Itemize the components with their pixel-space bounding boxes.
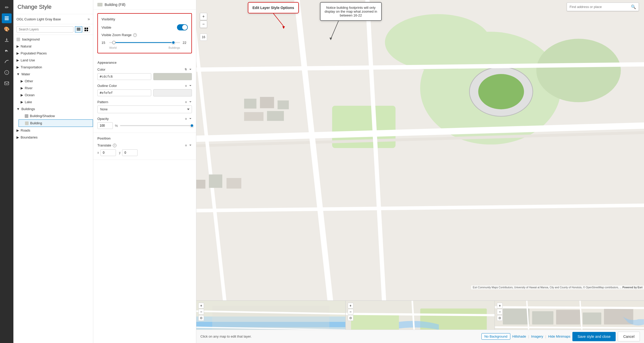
map-search-icon[interactable]: 🔍 bbox=[631, 4, 636, 9]
minimap-3-zoom-reset[interactable]: ⊙ bbox=[497, 315, 503, 321]
translate-y-input[interactable] bbox=[122, 149, 138, 156]
minimap-2-zoom-in[interactable]: + bbox=[348, 303, 353, 308]
svg-rect-52 bbox=[503, 308, 529, 324]
separator-1: | bbox=[528, 334, 529, 338]
svg-rect-35 bbox=[260, 97, 274, 108]
translate-info-icon[interactable]: ? bbox=[113, 144, 116, 147]
zoom-labels-row: World Buildings bbox=[101, 46, 188, 49]
lake-chevron: ▶ bbox=[21, 100, 23, 104]
app-title: Change Style bbox=[18, 4, 52, 10]
pattern-select[interactable]: None bbox=[97, 105, 192, 113]
opacity-slider[interactable] bbox=[120, 125, 192, 126]
opacity-handle[interactable] bbox=[190, 124, 194, 127]
zoom-handle-left[interactable] bbox=[112, 41, 116, 44]
translate-x-input[interactable] bbox=[100, 149, 116, 156]
no-background-button[interactable]: No Background bbox=[481, 333, 510, 340]
river-chevron: ▶ bbox=[21, 86, 23, 90]
svg-rect-36 bbox=[278, 101, 289, 109]
list-view-button[interactable] bbox=[75, 26, 82, 32]
zoom-slider-container[interactable] bbox=[109, 39, 180, 46]
minimap-3-zoom-out[interactable]: − bbox=[497, 309, 503, 315]
info-circle-icon[interactable]: i bbox=[2, 68, 12, 77]
minimap-1-zoom-in[interactable]: + bbox=[198, 303, 204, 308]
search-layers-input[interactable] bbox=[16, 26, 73, 32]
curve-icon[interactable] bbox=[2, 57, 12, 67]
hillshade-button[interactable]: Hillshade bbox=[512, 334, 526, 338]
svg-rect-6 bbox=[77, 28, 80, 28]
opacity-value-input[interactable] bbox=[97, 122, 113, 129]
translate-x-pair: x bbox=[97, 149, 116, 156]
pattern-gear-button[interactable] bbox=[184, 100, 192, 104]
pattern-label-row: Pattern bbox=[97, 100, 192, 104]
outline-color-hex-input[interactable] bbox=[97, 89, 151, 96]
download-icon[interactable] bbox=[2, 35, 12, 45]
minimap-2-zoom-reset[interactable]: ⊙ bbox=[348, 315, 353, 321]
svg-line-61 bbox=[273, 13, 284, 26]
zoom-in-button[interactable]: + bbox=[200, 13, 207, 20]
imagery-button[interactable]: Imagery bbox=[531, 334, 543, 338]
layer-item-building-shadow[interactable]: Building/Shadow bbox=[19, 112, 93, 119]
lake-subgroup-header[interactable]: ▶ Lake bbox=[19, 99, 93, 105]
river-subgroup-header[interactable]: ▶ River bbox=[19, 85, 93, 92]
zoom-buildings-label: Buildings bbox=[168, 46, 180, 49]
roads-group-header[interactable]: ▶ Roads bbox=[13, 127, 93, 134]
zoom-range-info-icon[interactable]: ? bbox=[133, 33, 137, 37]
layer-item-building[interactable]: Building bbox=[19, 119, 93, 127]
main-map[interactable]: + − 16 🔍 Esri Community Maps Contributor… bbox=[196, 0, 644, 317]
map-zoom-controls: + − bbox=[200, 13, 207, 28]
land-use-group-header[interactable]: ▶ Land Use bbox=[13, 57, 93, 64]
natural-group-header[interactable]: ▶ Natural bbox=[13, 43, 93, 50]
layers-icon[interactable] bbox=[2, 13, 12, 23]
zoom-out-button[interactable]: − bbox=[200, 21, 207, 28]
save-style-button[interactable]: Save style and close bbox=[572, 332, 616, 341]
other-chevron: ▶ bbox=[21, 79, 23, 83]
palette-icon[interactable]: 🎨 bbox=[2, 24, 12, 34]
visible-toggle[interactable] bbox=[177, 24, 188, 30]
pattern-select-row: None bbox=[97, 105, 192, 113]
color-swatch-preview[interactable] bbox=[153, 73, 192, 80]
color-hex-input[interactable] bbox=[97, 73, 151, 80]
layers-panel: Change Style × OGL Custom Light Gray Bas… bbox=[13, 0, 93, 343]
ocean-subgroup-header[interactable]: ▶ Ocean bbox=[19, 92, 93, 99]
translate-gear-button[interactable] bbox=[184, 144, 192, 147]
zoom-level-value: 16 bbox=[200, 34, 207, 41]
minimap-1-zoom-out[interactable]: − bbox=[198, 309, 204, 315]
layer-item-background[interactable]: background bbox=[13, 36, 93, 43]
bottom-actions: No Background Hillshade | Imagery | Hide… bbox=[481, 332, 640, 341]
callout-edit-layer: Edit Layer Style Options bbox=[248, 2, 299, 13]
opacity-gear-button[interactable] bbox=[184, 117, 192, 121]
pattern-row: Pattern None bbox=[97, 100, 192, 113]
svg-rect-9 bbox=[84, 28, 86, 29]
color-label-row: Color bbox=[97, 68, 192, 71]
map-search-input[interactable] bbox=[570, 5, 631, 9]
outline-gear-button[interactable] bbox=[184, 84, 192, 88]
appearance-section: Appearance Color Outli bbox=[93, 57, 196, 133]
callout-notice-text: Notice building footprints will only dis… bbox=[320, 2, 382, 21]
layer-group-transportation: ▶ Transportation bbox=[13, 64, 93, 71]
grid-view-button[interactable] bbox=[83, 26, 90, 32]
callout-edit-text: Edit Layer Style Options bbox=[248, 2, 299, 13]
hide-minimaps-button[interactable]: Hide Minimaps bbox=[548, 334, 570, 338]
transportation-group-header[interactable]: ▶ Transportation bbox=[13, 64, 93, 71]
minimap-1-zoom-reset[interactable]: ⊙ bbox=[198, 315, 204, 321]
populated-places-group-header[interactable]: ▶ Populated Places bbox=[13, 50, 93, 57]
minimap-2-zoom-out[interactable]: − bbox=[348, 309, 353, 315]
undo-icon[interactable] bbox=[2, 46, 12, 56]
outline-color-swatch-preview[interactable] bbox=[153, 89, 192, 96]
collapse-panel-button[interactable]: » bbox=[88, 17, 90, 21]
svg-marker-62 bbox=[282, 26, 285, 29]
zoom-handle-right[interactable] bbox=[172, 41, 175, 44]
svg-rect-38 bbox=[267, 111, 284, 121]
cancel-button[interactable]: Cancel bbox=[618, 332, 640, 341]
minimap-3-zoom-in[interactable]: + bbox=[497, 303, 503, 308]
mail-icon[interactable] bbox=[2, 78, 12, 88]
water-group-header[interactable]: ▼ Water bbox=[13, 71, 93, 78]
appearance-section-title: Appearance bbox=[97, 61, 192, 64]
color-gear-button[interactable] bbox=[184, 68, 192, 71]
buildings-group-header[interactable]: ▼ Buildings bbox=[13, 105, 93, 112]
boundaries-group-header[interactable]: ▶ Boundaries bbox=[13, 134, 93, 141]
pencil-icon[interactable]: ✏ bbox=[2, 3, 12, 12]
svg-rect-37 bbox=[244, 112, 264, 121]
other-subgroup-header[interactable]: ▶ Other bbox=[19, 78, 93, 85]
position-section: Position Translate ? x y bbox=[93, 133, 196, 160]
